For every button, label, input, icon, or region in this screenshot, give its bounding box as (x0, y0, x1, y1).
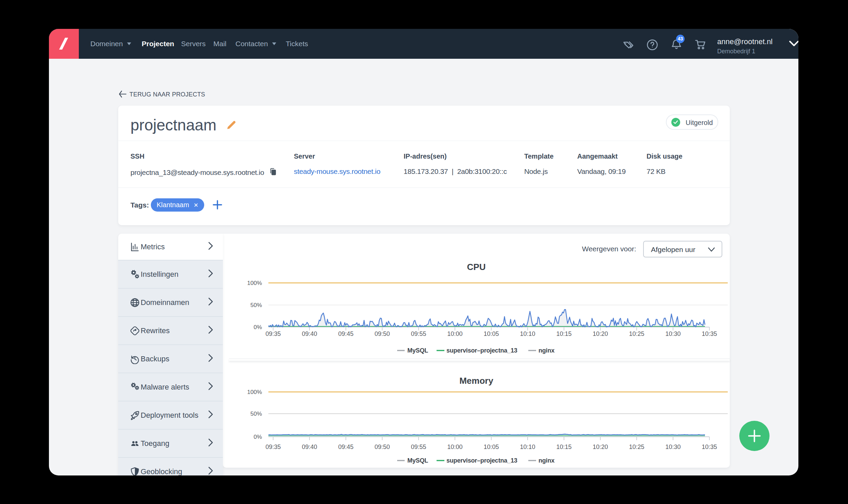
svg-text:10:00: 10:00 (447, 330, 462, 337)
svg-text:nginx: nginx (538, 347, 554, 354)
svg-text:10:05: 10:05 (483, 444, 499, 450)
svg-text:10:05: 10:05 (483, 330, 499, 337)
svg-text:10:10: 10:10 (520, 444, 535, 450)
svg-text:10:15: 10:15 (556, 330, 571, 337)
svg-text:10:20: 10:20 (593, 444, 608, 450)
svg-text:09:55: 09:55 (411, 330, 426, 337)
svg-text:09:55: 09:55 (411, 444, 426, 450)
svg-text:10:30: 10:30 (665, 330, 681, 337)
svg-text:10:35: 10:35 (702, 330, 717, 337)
svg-text:09:35: 09:35 (265, 444, 281, 450)
svg-text:MySQL: MySQL (407, 347, 428, 354)
svg-text:10:30: 10:30 (665, 444, 681, 450)
svg-text:0%: 0% (253, 324, 262, 330)
svg-text:09:40: 09:40 (302, 444, 317, 450)
svg-text:10:25: 10:25 (629, 444, 644, 450)
svg-text:10:35: 10:35 (702, 444, 717, 450)
svg-text:nginx: nginx (538, 457, 554, 464)
svg-text:10:10: 10:10 (520, 330, 535, 337)
svg-text:09:35: 09:35 (265, 330, 281, 337)
svg-text:MySQL: MySQL (407, 457, 428, 464)
svg-text:10:15: 10:15 (556, 444, 571, 450)
svg-text:50%: 50% (250, 302, 262, 308)
svg-text:09:40: 09:40 (302, 330, 317, 337)
svg-text:09:50: 09:50 (374, 444, 390, 450)
svg-text:100%: 100% (247, 389, 262, 395)
svg-text:09:45: 09:45 (338, 330, 353, 337)
svg-text:09:50: 09:50 (374, 330, 390, 337)
svg-text:50%: 50% (250, 411, 262, 417)
svg-text:100%: 100% (247, 280, 262, 286)
svg-text:supervisor–projectna_13: supervisor–projectna_13 (446, 457, 517, 464)
svg-text:10:25: 10:25 (629, 330, 644, 337)
svg-text:0%: 0% (253, 434, 262, 440)
svg-text:10:20: 10:20 (593, 330, 608, 337)
svg-text:09:45: 09:45 (338, 444, 353, 450)
svg-text:supervisor–projectna_13: supervisor–projectna_13 (446, 347, 517, 354)
svg-text:10:00: 10:00 (447, 444, 462, 450)
